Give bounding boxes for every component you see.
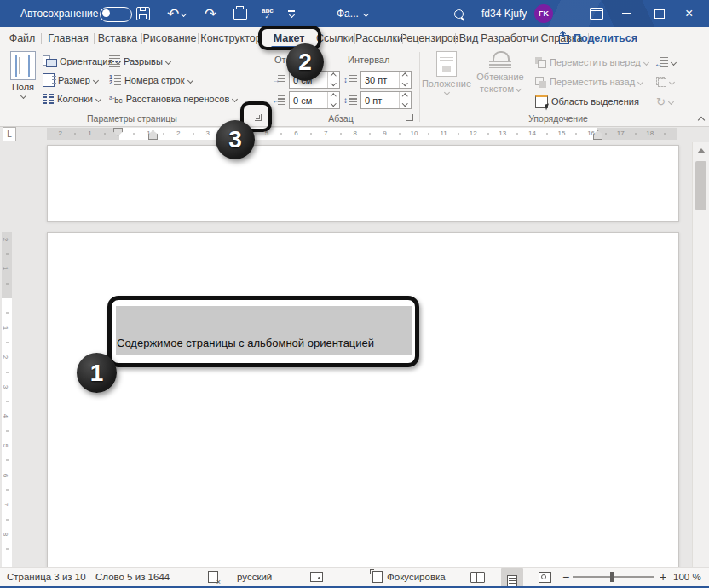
tab-view[interactable]: Вид — [457, 27, 481, 49]
doc-title-dropdown-icon — [363, 10, 369, 16]
hyphenation-icon: a-bc — [109, 94, 123, 105]
margins-button[interactable]: Поля — [7, 51, 39, 98]
print-button[interactable] — [233, 0, 247, 27]
size-button[interactable]: Размер — [43, 72, 98, 89]
ruler-mark — [163, 133, 164, 135]
hyphenation-button[interactable]: a-bc Расстановка переносов — [109, 90, 237, 107]
tab-draw[interactable]: Рисование — [143, 27, 196, 49]
paragraph-group-label: Абзац — [281, 113, 401, 124]
v-ruler: 1234567812 — [2, 232, 12, 567]
indent-right-spinner[interactable] — [327, 92, 339, 108]
group-objects-button[interactable] — [656, 73, 674, 90]
bring-forward-label: Переместить вперед — [550, 57, 641, 67]
spacing-after-spinner[interactable] — [399, 92, 411, 108]
spelling-button[interactable]: abc✓ — [262, 0, 274, 27]
rotate-objects-button[interactable]: ↻ — [656, 93, 673, 110]
autosave-toggle[interactable] — [100, 7, 132, 22]
columns-dropdown-icon — [95, 95, 101, 101]
scrollbar-thumb[interactable] — [695, 161, 706, 210]
page-2[interactable]: Содержимое страницы с альбомной ориентац… — [47, 232, 679, 567]
customize-qat-button[interactable] — [288, 0, 295, 27]
focus-label: Фокусировка — [387, 572, 446, 582]
zoom-in-button[interactable]: + — [660, 568, 666, 586]
breaks-icon — [109, 55, 120, 67]
position-button[interactable]: Положение — [426, 51, 467, 95]
ribbon-display-options-button[interactable] — [590, 0, 603, 27]
page-number-status[interactable]: Страница 3 из 10 — [7, 568, 86, 586]
redo-button[interactable]: ↷ — [205, 0, 216, 27]
close-icon: × — [685, 6, 693, 21]
tab-insert[interactable]: Вставка — [95, 27, 140, 49]
wrap-text-dropdown-icon — [516, 85, 522, 91]
bring-forward-button[interactable]: Переместить вперед — [535, 54, 648, 71]
tab-design[interactable]: Конструктор — [199, 27, 262, 49]
save-button[interactable] — [136, 0, 150, 27]
web-layout-button[interactable] — [539, 568, 551, 586]
read-mode-button[interactable] — [470, 568, 485, 586]
tab-home[interactable]: Главная — [44, 27, 92, 49]
print-layout-button[interactable] — [501, 568, 523, 588]
macro-record-button[interactable] — [310, 568, 323, 586]
indent-right-icon: ← — [273, 95, 285, 106]
indent-left-icon: → — [273, 74, 285, 85]
align-objects-button[interactable]: ← — [656, 54, 676, 71]
tab-separator — [539, 33, 539, 44]
minimize-button[interactable] — [622, 0, 631, 27]
close-button[interactable]: × — [685, 0, 693, 27]
zoom-level[interactable]: 100 % — [673, 568, 701, 586]
breaks-label: Разрывы — [124, 56, 163, 66]
maximize-icon — [654, 9, 665, 19]
selected-text[interactable]: Содержимое страницы с альбомной ориентац… — [117, 337, 374, 349]
zoom-slider[interactable] — [573, 576, 654, 578]
accessibility-status[interactable] — [208, 568, 218, 586]
user-name[interactable]: fd34 Kjufy — [481, 0, 527, 27]
zoom-slider-thumb[interactable] — [610, 572, 614, 582]
avatar[interactable]: FK — [534, 4, 553, 23]
tab-mailings[interactable]: Рассылки — [356, 27, 402, 49]
columns-button[interactable]: Колонки — [43, 90, 101, 107]
spellcheck-icon: abc✓ — [262, 8, 274, 20]
focus-mode-button[interactable]: Фокусировка — [372, 568, 446, 586]
scroll-up-icon[interactable] — [697, 148, 706, 153]
language-status[interactable]: русский — [237, 568, 272, 586]
spacing-before-spinner[interactable] — [399, 72, 411, 88]
document-title[interactable]: Фа... — [337, 0, 368, 27]
send-backward-button[interactable]: Переместить назад — [535, 73, 643, 90]
tab-separator — [354, 33, 355, 44]
breaks-button[interactable]: Разрывы — [109, 53, 170, 70]
indent-left-input[interactable]: 0 см — [289, 71, 340, 89]
word-count-status[interactable]: Слово 5 из 1644 — [95, 568, 170, 586]
page-1[interactable] — [47, 145, 679, 222]
tab-review[interactable]: Рецензиров — [404, 27, 455, 49]
tab-developer[interactable]: Разработчи — [482, 27, 537, 49]
paragraph-dialog-launcher[interactable] — [404, 112, 415, 123]
group-separator — [419, 52, 420, 122]
group-dropdown-icon — [669, 78, 675, 84]
page-setup-group-label: Параметры страницы — [34, 113, 230, 124]
zoom-slider-track[interactable] — [573, 576, 654, 578]
tab-file[interactable]: Файл — [7, 27, 37, 49]
ruler-mark: 12 — [470, 130, 477, 137]
maximize-button[interactable] — [654, 0, 665, 27]
page-setup-dialog-launcher[interactable] — [252, 112, 263, 123]
undo-button[interactable]: ↶ — [167, 0, 186, 27]
selection-pane-button[interactable]: Область выделения — [535, 93, 639, 110]
tab-layout[interactable]: Макет — [264, 27, 314, 49]
search-button[interactable] — [454, 0, 464, 27]
line-numbers-button[interactable]: 12 Номера строк — [109, 72, 193, 89]
tab-references[interactable]: Ссылки — [315, 27, 354, 49]
undo-icon: ↶ — [167, 7, 179, 21]
wrap-text-button[interactable]: Обтекание текстом — [470, 51, 530, 94]
zoom-out-button[interactable]: − — [562, 568, 569, 586]
collapse-ribbon-button[interactable] — [699, 114, 704, 124]
indent-right-value: 0 см — [290, 95, 327, 106]
share-button[interactable]: Поделиться — [559, 27, 637, 49]
ruler-mark: 14 — [528, 130, 536, 137]
indent-right-input[interactable]: 0 см — [289, 91, 340, 109]
spacing-after-input[interactable]: 0 пт — [360, 91, 412, 109]
spacing-before-input[interactable]: 30 пт — [360, 71, 412, 89]
line-numbers-dropdown-icon — [187, 77, 193, 83]
indent-left-spinner[interactable] — [327, 72, 339, 88]
vertical-scrollbar[interactable] — [692, 142, 709, 567]
tab-stop-selector[interactable]: L — [3, 127, 16, 141]
